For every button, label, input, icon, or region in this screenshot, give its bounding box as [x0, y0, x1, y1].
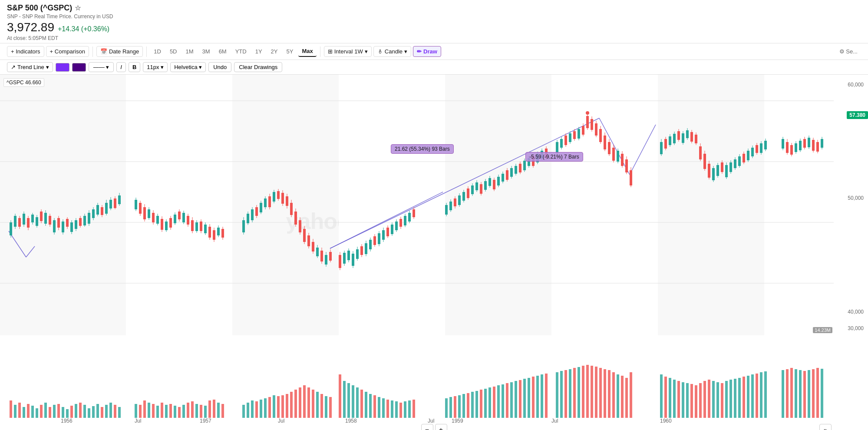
period-5d[interactable]: 5D: [166, 46, 181, 56]
italic-button[interactable]: I: [116, 62, 126, 72]
svg-rect-403: [290, 392, 293, 418]
date-range-button[interactable]: 📅 Date Range: [96, 46, 143, 57]
svg-rect-456: [560, 371, 563, 418]
svg-rect-432: [449, 397, 452, 418]
x-label-jul59: Jul: [551, 418, 558, 424]
draw-button[interactable]: ✏ Draw: [413, 46, 441, 57]
svg-rect-490: [734, 379, 736, 418]
period-max[interactable]: Max: [298, 46, 316, 57]
svg-rect-503: [803, 371, 806, 418]
svg-rect-410: [320, 394, 323, 418]
svg-rect-427: [399, 403, 402, 418]
svg-rect-493: [747, 376, 749, 418]
svg-rect-422: [378, 397, 380, 418]
svg-rect-507: [821, 369, 823, 418]
trend-line-button[interactable]: ↗ Trend Line ▾: [7, 62, 53, 72]
period-1m[interactable]: 1M: [182, 46, 197, 56]
stock-header: S&P 500 (^GSPC) ☆ SNP - SNP Real Time Pr…: [0, 0, 868, 43]
svg-rect-389: [213, 400, 215, 418]
svg-rect-390: [217, 403, 220, 418]
period-6m[interactable]: 6M: [215, 46, 230, 56]
svg-rect-474: [664, 377, 667, 418]
period-ytd[interactable]: YTD: [232, 46, 250, 56]
clear-drawings-button[interactable]: Clear Drawings: [234, 62, 282, 72]
x-label-jul58: Jul: [428, 418, 434, 424]
svg-rect-498: [782, 370, 784, 418]
volume-svg: [0, 348, 834, 418]
svg-rect-476: [673, 380, 676, 418]
font-size-button[interactable]: 11px ▾: [143, 62, 168, 72]
font-size-label: 11px: [147, 64, 159, 70]
stock-price: 3,972.89: [7, 20, 54, 34]
svg-rect-505: [812, 369, 815, 418]
svg-rect-376: [156, 406, 159, 418]
svg-rect-446: [510, 382, 513, 418]
svg-rect-486: [716, 382, 719, 418]
undo-button[interactable]: Undo: [208, 62, 231, 72]
svg-rect-502: [799, 370, 802, 418]
svg-rect-395: [255, 401, 258, 418]
candle-button[interactable]: 🕯 Candle ▾: [373, 46, 411, 57]
line-style-label: ——: [93, 64, 105, 70]
x-label-1957: 1957: [200, 418, 211, 424]
svg-rect-358: [66, 409, 69, 418]
svg-rect-368: [109, 403, 112, 418]
svg-rect-4: [445, 75, 551, 335]
color-swatch-1[interactable]: [56, 63, 69, 72]
svg-rect-399: [273, 395, 275, 418]
svg-rect-362: [83, 405, 86, 418]
zoom-in-button[interactable]: +: [435, 424, 447, 430]
interval-button[interactable]: ⊞ Interval 1W ▾: [324, 46, 372, 57]
svg-rect-447: [515, 381, 517, 418]
svg-rect-379: [169, 404, 172, 418]
svg-rect-360: [75, 404, 77, 418]
svg-rect-438: [475, 391, 478, 418]
color-swatch-2[interactable]: [72, 63, 86, 72]
font-button[interactable]: Helvetica ▾: [170, 62, 206, 72]
svg-rect-494: [751, 374, 754, 418]
candle-label: Candle: [385, 48, 403, 55]
svg-rect-2: [232, 75, 339, 335]
svg-rect-439: [480, 390, 482, 418]
scroll-right-button[interactable]: »: [819, 424, 832, 430]
stock-time: At close: 5:05PM EDT: [7, 35, 861, 41]
svg-rect-388: [208, 400, 211, 418]
x-label-1959: 1959: [452, 418, 463, 424]
svg-rect-501: [795, 369, 797, 418]
indicators-button[interactable]: + Indicators: [7, 46, 44, 57]
svg-rect-363: [88, 408, 90, 418]
svg-rect-441: [488, 387, 491, 418]
svg-rect-426: [395, 401, 398, 418]
svg-rect-409: [316, 392, 319, 418]
svg-rect-416: [352, 385, 354, 418]
svg-rect-348: [23, 407, 25, 418]
svg-rect-401: [281, 395, 284, 418]
favorite-icon[interactable]: ☆: [75, 4, 81, 12]
period-3m[interactable]: 3M: [199, 46, 214, 56]
svg-rect-454: [545, 374, 548, 418]
svg-rect-372: [139, 405, 142, 418]
line-style-button[interactable]: —— ▾: [89, 62, 114, 72]
svg-rect-483: [703, 381, 706, 418]
svg-rect-471: [625, 378, 628, 418]
bold-button[interactable]: B: [129, 62, 140, 72]
comparison-button[interactable]: + Comparison: [46, 46, 89, 57]
zoom-out-button[interactable]: −: [421, 424, 433, 430]
svg-rect-357: [62, 407, 64, 418]
period-2y[interactable]: 2Y: [267, 46, 281, 56]
price-row: 3,972.89 +14.34 (+0.36%): [7, 20, 861, 34]
period-1y[interactable]: 1Y: [252, 46, 266, 56]
svg-rect-428: [404, 401, 406, 418]
svg-rect-434: [458, 395, 461, 418]
svg-rect-373: [143, 400, 146, 418]
svg-rect-354: [49, 407, 51, 418]
annotation-bubble-2: -5.59 (-9.21%) 7 Bars: [525, 152, 583, 162]
y-label-60000: 60,000: [833, 82, 867, 88]
settings-button[interactable]: ⚙ Se...: [836, 46, 861, 56]
svg-rect-479: [686, 383, 689, 418]
svg-rect-391: [221, 404, 224, 418]
svg-rect-459: [573, 368, 576, 418]
period-1d[interactable]: 1D: [150, 46, 165, 56]
toolbar-divider-1: [92, 46, 93, 57]
period-5y[interactable]: 5Y: [283, 46, 297, 56]
